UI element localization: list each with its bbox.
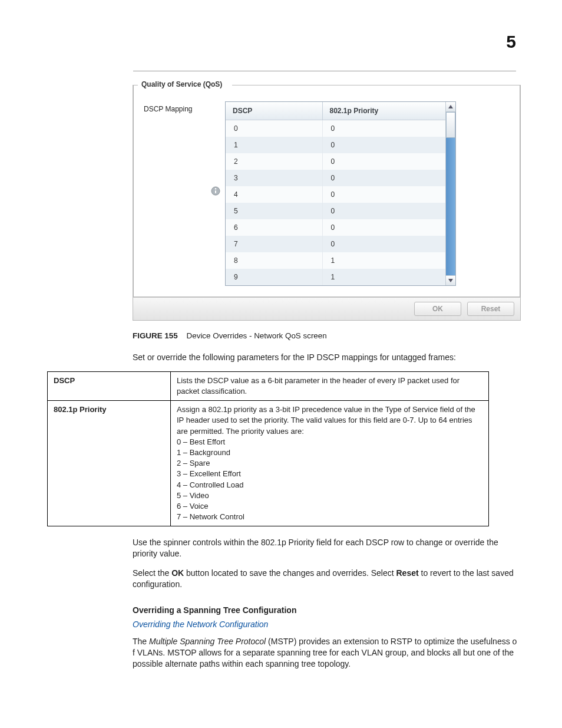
cell-priority[interactable]: 0 (322, 186, 445, 203)
vertical-scrollbar[interactable] (445, 102, 455, 285)
intro-paragraph: Set or override the following parameters… (133, 352, 521, 363)
fieldset-border-segment (232, 85, 520, 85)
qos-fieldset-legend: Quality of Service (QoS) (139, 80, 224, 88)
scroll-thumb[interactable] (446, 112, 455, 138)
table-row[interactable]: 00 (226, 120, 445, 137)
def-row-dscp: DSCP Lists the DSCP value as a 6-bit par… (48, 371, 489, 400)
def-term: DSCP (48, 371, 171, 400)
dscp-mapping-label: DSCP Mapping (144, 101, 225, 113)
table-row[interactable]: 10 (226, 137, 445, 153)
cell-dscp: 4 (226, 186, 322, 203)
cell-priority[interactable]: 0 (322, 203, 445, 219)
cell-priority[interactable]: 1 (322, 252, 445, 269)
content-area: Quality of Service (QoS) DSCP Mapping (133, 85, 521, 670)
table-row[interactable]: 50 (226, 203, 445, 219)
cell-dscp: 0 (226, 120, 322, 137)
cell-priority[interactable]: 1 (322, 269, 445, 285)
dscp-mapping-row: DSCP Mapping (141, 93, 512, 286)
cell-dscp: 1 (226, 137, 322, 153)
cell-dscp: 2 (226, 153, 322, 170)
cross-reference-link[interactable]: Overriding the Network Configuration (133, 620, 521, 629)
scroll-up-button[interactable] (446, 102, 455, 112)
list-item: 3 – Excellent Effort (177, 469, 482, 479)
scroll-down-button[interactable] (446, 275, 455, 285)
info-icon-holder (211, 186, 220, 284)
list-item: 7 – Network Control (177, 512, 482, 522)
fieldset-border-segment (133, 85, 134, 297)
def-desc: Assign a 802.1p priority as a 3-bit IP p… (171, 401, 489, 526)
cell-priority[interactable]: 0 (322, 219, 445, 236)
table-row[interactable]: 40 (226, 186, 445, 203)
table-row[interactable]: 81 (226, 252, 445, 269)
heading-spanning-tree: Overriding a Spanning Tree Configuration (133, 605, 521, 615)
cell-dscp: 8 (226, 252, 322, 269)
col-header-dscp[interactable]: DSCP (226, 102, 322, 120)
cell-dscp: 3 (226, 170, 322, 186)
ok-bold: OK (171, 568, 184, 578)
table-row[interactable]: 60 (226, 219, 445, 236)
text: The (133, 637, 149, 646)
svg-rect-1 (215, 190, 216, 193)
cell-priority[interactable]: 0 (322, 153, 445, 170)
def-desc: Lists the DSCP value as a 6-bit paramete… (171, 371, 489, 400)
table-row[interactable]: 91 (226, 269, 445, 285)
figure-caption: FIGURE 155 Device Overrides - Network Qo… (133, 331, 521, 340)
list-item: 2 – Spare (177, 458, 482, 469)
priority-value-list: 0 – Best Effort 1 – Background 2 – Spare… (177, 437, 482, 523)
mstp-italic: Multiple Spanning Tree Protocol (149, 637, 266, 646)
dscp-table-container: DSCP 802.1p Priority 00 10 20 30 40 50 (225, 101, 456, 286)
qos-fieldset: Quality of Service (QoS) DSCP Mapping (133, 85, 520, 297)
reset-button[interactable]: Reset (467, 302, 514, 316)
info-icon[interactable] (211, 186, 220, 196)
cell-dscp: 7 (226, 236, 322, 252)
figure-number: FIGURE 155 (133, 331, 178, 340)
definition-table: DSCP Lists the DSCP value as a 6-bit par… (47, 371, 489, 526)
def-row-priority: 802.1p Priority Assign a 802.1p priority… (48, 401, 489, 526)
list-item: 0 – Best Effort (177, 437, 482, 447)
list-item: 6 – Voice (177, 501, 482, 512)
list-item: 5 – Video (177, 490, 482, 501)
qos-panel: Quality of Service (QoS) DSCP Mapping (133, 85, 521, 321)
col-header-priority[interactable]: 802.1p Priority (322, 102, 445, 120)
mstp-paragraph: The Multiple Spanning Tree Protocol (MST… (133, 636, 521, 670)
def-desc-intro: Assign a 802.1p priority as a 3-bit IP p… (177, 404, 482, 437)
mapping-label-column: DSCP Mapping (141, 101, 225, 284)
text: button located to save the changes and o… (184, 568, 396, 578)
table-row[interactable]: 70 (226, 236, 445, 252)
fieldset-border-segment (520, 85, 520, 297)
list-item: 4 – Controlled Load (177, 480, 482, 490)
ok-button[interactable]: OK (414, 302, 461, 316)
table-row[interactable]: 30 (226, 170, 445, 186)
cell-dscp: 6 (226, 219, 322, 236)
cell-dscp: 5 (226, 203, 322, 219)
scroll-track[interactable] (446, 112, 455, 276)
text: Select the (133, 568, 171, 578)
cell-priority[interactable]: 0 (322, 236, 445, 252)
list-item: 1 – Background (177, 447, 482, 458)
cell-priority[interactable]: 0 (322, 120, 445, 137)
cell-priority[interactable]: 0 (322, 137, 445, 153)
spinner-paragraph: Use the spinner controls within the 802.… (133, 537, 521, 559)
svg-point-2 (215, 188, 216, 189)
fieldset-border-segment (133, 85, 138, 85)
figure-caption-text: Device Overrides - Network QoS screen (187, 331, 327, 340)
table-row[interactable]: 20 (226, 153, 445, 170)
top-rule (133, 71, 516, 71)
page-number: 5 (506, 32, 516, 52)
button-bar: OK Reset (133, 297, 520, 320)
def-term: 802.1p Priority (48, 401, 171, 526)
reset-bold: Reset (396, 568, 419, 578)
cell-priority[interactable]: 0 (322, 170, 445, 186)
ok-reset-paragraph: Select the OK button located to save the… (133, 568, 521, 590)
dscp-mapping-table: DSCP 802.1p Priority 00 10 20 30 40 50 (226, 102, 445, 285)
cell-dscp: 9 (226, 269, 322, 285)
page: 5 Quality of Service (QoS) DSCP Mapping (0, 0, 562, 713)
